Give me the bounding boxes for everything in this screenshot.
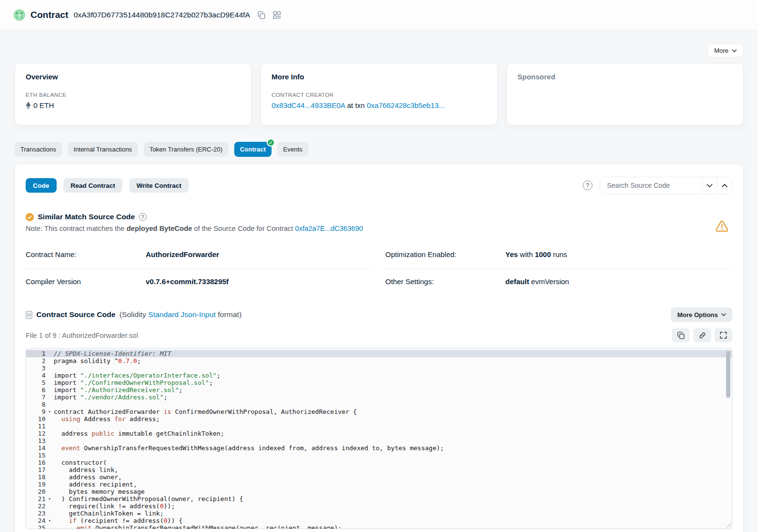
source-title-wrap: Contract Source Code (Solidity Standard …	[26, 310, 242, 319]
subtitle-suffix: format)	[216, 310, 242, 319]
chevron-down-icon	[707, 184, 713, 187]
compiler-version-row: Compiler Version v0.7.6+commit.7338295f	[26, 269, 373, 296]
code-line-19: 19 address recipient,	[26, 481, 732, 488]
more-info-card-title: More Info	[272, 73, 486, 81]
fold-spacer	[45, 423, 54, 430]
subtab-read-contract[interactable]: Read Contract	[63, 178, 122, 193]
line-number: 21	[26, 495, 45, 502]
fold-spacer	[45, 444, 54, 452]
code-line-11: 11	[26, 423, 732, 430]
optimization-mid: with	[518, 250, 535, 258]
code-text: import "./AuthorizedReceiver.sol";	[54, 386, 182, 394]
fold-toggle-icon[interactable]: ▾	[45, 408, 54, 415]
line-number: 13	[26, 437, 45, 444]
contract-creator-label: CONTRACT CREATOR	[272, 92, 486, 98]
code-line-16: 16 constructor(	[26, 459, 732, 466]
code-text: import "./interfaces/OperatorInterface.s…	[54, 372, 220, 379]
overview-card-title: Overview	[26, 73, 241, 81]
code-line-21: 21▾ ) ConfirmedOwnerWithProposal(owner, …	[26, 495, 732, 502]
etherscan-contract-page: { "colors": { "accent_blue": "#0784c3", …	[0, 0, 758, 532]
fullscreen-button[interactable]	[714, 328, 732, 342]
code-text: event OwnershipTransferRequestedWithMess…	[54, 444, 444, 452]
sponsored-card: Sponsored	[506, 63, 743, 125]
fold-toggle-icon[interactable]: ▾	[45, 517, 54, 524]
fold-spacer	[45, 365, 54, 372]
copy-source-button[interactable]	[672, 328, 690, 342]
tab-transactions[interactable]: Transactions	[15, 142, 62, 157]
warning-triangle-icon[interactable]	[715, 220, 728, 232]
match-help-icon[interactable]: ?	[139, 213, 147, 221]
optimization-runs-count: 1000	[535, 250, 551, 258]
code-text: if (recipient != address(0)) {	[54, 517, 182, 524]
source-code-subtitle: (Solidity Standard Json-Input format)	[120, 310, 242, 319]
code-text: constructor(	[54, 459, 107, 466]
verified-check-badge: ✓	[267, 138, 275, 147]
tab-token-transfers-erc-20[interactable]: Token Transfers (ERC-20)	[144, 142, 228, 157]
line-number: 25	[26, 524, 45, 529]
other-settings-value: default evmVersion	[505, 277, 569, 286]
more-button[interactable]: More	[707, 44, 743, 58]
expand-icon	[720, 332, 727, 339]
permalink-button[interactable]	[693, 328, 711, 342]
file-row: File 1 of 9 : AuthorizedForwarder.sol	[26, 328, 732, 342]
editor-scrollbar-thumb[interactable]	[726, 351, 730, 398]
tab-label: Events	[283, 146, 303, 153]
contract-name-text: AuthorizedForwarder	[146, 250, 219, 258]
search-next-button[interactable]	[702, 177, 717, 194]
search-source-input[interactable]	[600, 177, 702, 194]
line-number: 2	[26, 357, 45, 365]
contract-creator-line: 0x83dC44...4933BE0A at txn 0xa7662428c3b…	[272, 101, 486, 109]
search-prev-button[interactable]	[717, 177, 732, 194]
line-number: 11	[26, 423, 45, 430]
fold-spacer	[45, 452, 54, 459]
code-line-15: 15	[26, 452, 732, 459]
creator-txn-link[interactable]: 0xa7662428c3b5eb13...	[367, 101, 445, 109]
code-line-4: 4import "./interfaces/OperatorInterface.…	[26, 372, 732, 379]
contract-details: Contract Name: AuthorizedForwarder Compi…	[26, 245, 732, 296]
json-input-link[interactable]: Standard Json-Input	[148, 310, 216, 319]
tab-label: Contract	[240, 146, 266, 153]
subtab-write-contract[interactable]: Write Contract	[129, 178, 189, 193]
subtab-code[interactable]: Code	[26, 178, 57, 193]
compiler-version-value: v0.7.6+commit.7338295f	[146, 277, 228, 286]
matched-contract-link[interactable]: 0xfa2a7E...dC363690	[295, 225, 363, 232]
contract-identicon	[14, 9, 25, 21]
fold-spacer	[45, 430, 54, 437]
eth-diamond-icon	[26, 102, 31, 109]
line-number: 14	[26, 444, 45, 452]
tab-internal-transactions[interactable]: Internal Transactions	[68, 142, 138, 157]
other-settings-default: default	[505, 277, 529, 286]
chevron-down-icon	[721, 313, 726, 316]
source-code-editor[interactable]: 1// SPDX-License-Identifier: MIT2pragma …	[26, 348, 732, 529]
creator-address-link[interactable]: 0x83dC44...4933BE0A	[272, 101, 345, 109]
code-line-10: 10 using Address for address;	[26, 415, 732, 423]
line-number: 16	[26, 459, 45, 466]
other-settings-label: Other Settings:	[385, 277, 505, 286]
help-icon[interactable]: ?	[583, 181, 592, 190]
more-info-card: More Info CONTRACT CREATOR 0x83dC44...49…	[260, 63, 498, 125]
search-area: ?	[583, 177, 732, 194]
more-options-button[interactable]: More Options	[671, 307, 732, 322]
tab-events[interactable]: Events	[277, 142, 308, 157]
code-text: bytes memory message	[54, 488, 145, 495]
code-line-23: 23 getChainlinkToken = link;	[26, 510, 732, 517]
qr-code-icon[interactable]	[273, 11, 281, 19]
tab-contract[interactable]: Contract✓	[234, 142, 272, 157]
similar-match-title: Similar Match Source Code	[38, 213, 135, 221]
copy-address-icon[interactable]	[258, 11, 266, 19]
code-line-14: 14 event OwnershipTransferRequestedWithM…	[26, 444, 732, 452]
code-line-3: 3	[26, 365, 732, 372]
fold-toggle-icon[interactable]: ▾	[45, 495, 54, 502]
tab-label: Token Transfers (ERC-20)	[150, 146, 223, 153]
subtitle-prefix: (Solidity	[120, 310, 148, 319]
compiler-version-label: Compiler Version	[26, 277, 146, 286]
similar-match-section: Similar Match Source Code ? Note: This c…	[26, 213, 732, 232]
line-number: 18	[26, 473, 45, 481]
search-source-group	[600, 177, 732, 194]
details-right-column: Optimization Enabled: Yes with 1000 runs…	[385, 245, 732, 296]
code-text: ) ConfirmedOwnerWithProposal(owner, reci…	[54, 495, 243, 502]
match-check-icon	[26, 213, 34, 221]
fold-spacer	[45, 437, 54, 444]
optimization-value: Yes with 1000 runs	[505, 250, 567, 258]
similar-match-note: Note: This contract matches the deployed…	[26, 225, 732, 232]
